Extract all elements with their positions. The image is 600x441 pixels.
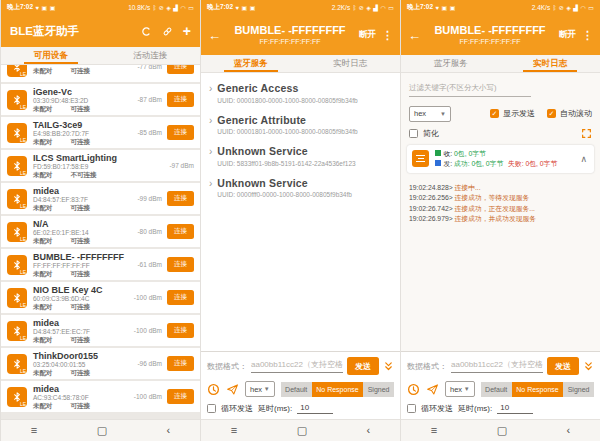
format-select[interactable]: hex ▼ [445,381,475,397]
service-row[interactable]: › Generic Attribute UUID: 00001801-0000-… [201,108,400,140]
segment-no-response[interactable]: No Response [312,382,363,397]
recents-button[interactable]: ≡ [31,425,37,436]
format-select[interactable]: hex ▼ [245,381,275,397]
simplify-checkbox[interactable] [409,129,418,138]
show-send-checkbox[interactable]: ✓ [490,109,499,118]
wifi-icon: ◠ [581,5,586,11]
tab-active-connections[interactable]: 活动连接 [101,47,201,64]
paper-plane-icon[interactable] [226,383,239,396]
device-row[interactable]: LE NIO BLE Key 4C 60:09:C3:9B:6D:4C 未配对 … [1,282,200,313]
notification-icon: ▣ [250,5,256,11]
segment-default[interactable]: Default [481,382,512,397]
loop-send-label: 循环发送 [421,403,453,414]
service-row[interactable]: › Unknown Service UUID: 5833ff01-9b8b-51… [201,139,400,171]
timer-icon[interactable] [207,383,220,396]
log-message: 连接中... [455,184,481,191]
home-button[interactable]: ▢ [497,425,507,436]
tab-realtime-log[interactable]: 实时日志 [501,55,600,72]
connect-button[interactable]: 连接 [167,191,194,206]
tab-available-devices[interactable]: 可用设备 [1,47,101,64]
connect-button[interactable]: 连接 [167,356,194,371]
device-info: TAILG-3ce9 E4:98:BB:20:7D:7F 未配对 可连接 [27,120,137,146]
device-name: N/A [33,219,137,229]
pair-status: 未配对 [33,402,53,410]
log-entry: 19:02:26.742> 连接成功，正在发现服务... [409,204,592,215]
device-info: BUMBLE- -FFFFFFFF FF:FF:FF:FF:FF:FF 未配对 … [27,252,137,278]
screen-device-list: 晚上7:02 ♥ ▣ ▣ 10.8K/s ᛒ ⊘ ◈ ▟ ◠ ▭ BLE蓝牙助手… [0,0,200,441]
tab-realtime-log[interactable]: 实时日志 [301,55,401,72]
paper-plane-icon[interactable] [426,383,439,396]
data-input[interactable]: aa00bb11cc22（支持空格） [451,359,543,373]
send-button[interactable]: 发送 [347,357,379,375]
back-button[interactable]: ‹ [367,425,371,436]
recents-button[interactable]: ≡ [431,425,437,436]
add-icon[interactable]: + [183,25,191,37]
pair-status: 未配对 [33,336,53,344]
connect-button[interactable]: 连接 [167,323,194,338]
service-row[interactable]: › Unknown Service UUID: 0000fff0-0000-10… [201,171,400,203]
bluetooth-device-icon: LE [7,354,27,374]
filter-keyword-input[interactable]: 过滤关键字(不区分大小写) [409,83,531,97]
log-list[interactable]: 19:02:24.828> 连接中... 19:02:26.256> 连接成功，… [401,176,600,232]
rx-stats-line: 收: 0包, 0字节 [435,149,572,159]
loop-send-checkbox[interactable] [207,404,216,413]
overflow-menu-icon[interactable]: ⋮ [582,29,593,42]
connect-button[interactable]: 连接 [167,92,194,107]
segment-default[interactable]: Default [281,382,312,397]
segment-signed[interactable]: Signed [363,382,394,397]
chevron-right-icon: › [209,83,212,94]
service-row[interactable]: › Generic Access UUID: 00001800-0000-100… [201,76,400,108]
device-list[interactable]: LE 42:02:00:00:42:41 未配对 可连接 -77 dBm 连接 … [1,65,200,419]
disconnect-button[interactable]: 断开 [359,29,376,41]
service-list[interactable]: › Generic Access UUID: 00001800-0000-100… [201,73,400,202]
send-button[interactable]: 发送 [547,357,579,375]
back-arrow-icon[interactable]: ← [208,29,221,42]
data-input[interactable]: aa00bb11cc22（支持空格） [251,359,343,373]
tab-bluetooth-services[interactable]: 蓝牙服务 [401,55,501,72]
connect-button[interactable]: 连接 [167,290,194,305]
scan-refresh-icon[interactable] [141,26,152,37]
back-button[interactable]: ‹ [167,425,171,436]
segment-no-response[interactable]: No Response [512,382,563,397]
loop-send-checkbox[interactable] [407,404,416,413]
device-row[interactable]: LE iGene-Vc 03:30:9D:48:E3:2D 未配对 可连接 -8… [1,84,200,115]
connect-button[interactable]: 连接 [167,224,194,239]
vpn-icon: ◈ [166,5,171,11]
device-row[interactable]: LE N/A 6E:02:E0:1F:BE:14 未配对 可连接 -80 dBm… [1,216,200,247]
device-row[interactable]: LE midea D4:84:57:EF:83:7F 未配对 可连接 -99 d… [1,183,200,214]
delay-input[interactable]: 10 [497,403,533,414]
expand-more-icon[interactable] [383,361,394,372]
device-row[interactable]: LE ThinkDoor0155 03:25:04:00:01:55 未配对 可… [1,348,200,379]
device-row[interactable]: LE BUMBLE- -FFFFFFFF FF:FF:FF:FF:FF:FF 未… [1,249,200,280]
connect-button[interactable]: 连接 [167,65,194,74]
fullscreen-icon[interactable] [581,128,592,139]
device-row[interactable]: LE 42:02:00:00:42:41 未配对 可连接 -77 dBm 连接 [1,65,200,82]
device-row[interactable]: LE midea D4:84:57:EE:EC:7F 未配对 可连接 -100 … [1,315,200,346]
link-icon[interactable] [162,26,173,37]
connect-button[interactable]: 连接 [167,257,194,272]
device-row[interactable]: LE ILCS SmartLighting FD:59:B0:17:58:E9 … [1,150,200,181]
home-button[interactable]: ▢ [97,425,107,436]
auto-scroll-checkbox[interactable]: ✓ [547,109,556,118]
traffic-stats-card[interactable]: 收: 0包, 0字节 发: 成功: 0包, 0字节 失败: 0包, 0字节 ∧ [407,145,594,173]
log-format-select[interactable]: hex ▼ [409,106,451,122]
device-row[interactable]: LE midea AC:93:C4:58:78:0F 未配对 可连接 -100 … [1,381,200,412]
back-button[interactable]: ‹ [567,425,571,436]
back-arrow-icon[interactable]: ← [408,29,421,42]
home-button[interactable]: ▢ [297,425,307,436]
disconnect-button[interactable]: 断开 [559,29,576,41]
tab-bluetooth-services[interactable]: 蓝牙服务 [201,55,301,72]
connect-button[interactable]: 连接 [167,125,194,140]
device-row[interactable]: LE TAILG-3ce9 E4:98:BB:20:7D:7F 未配对 可连接 … [1,117,200,148]
recents-button[interactable]: ≡ [231,425,237,436]
collapse-icon[interactable]: ∧ [578,154,589,164]
service-uuid: UUID: 5833ff01-9b8b-5191-6142-22a4536ef1… [217,160,355,167]
overflow-menu-icon[interactable]: ⋮ [382,29,393,42]
device-info: midea D4:84:57:EF:83:7F 未配对 可连接 [27,186,137,212]
segment-signed[interactable]: Signed [563,382,594,397]
delay-input[interactable]: 10 [297,403,333,414]
connect-button[interactable]: 连接 [167,389,194,404]
timer-icon[interactable] [407,383,420,396]
expand-more-icon[interactable] [583,361,594,372]
rssi-value: -97 dBm [169,162,194,169]
